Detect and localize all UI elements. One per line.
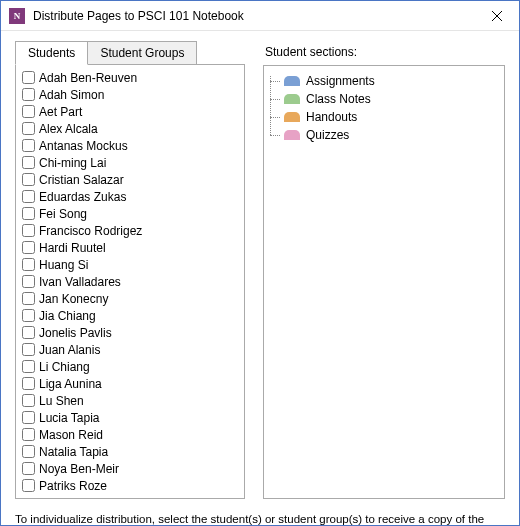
student-checkbox[interactable] [22, 377, 35, 390]
student-checkbox[interactable] [22, 258, 35, 271]
student-checkbox[interactable] [22, 360, 35, 373]
student-name: Natalia Tapia [39, 445, 108, 459]
student-checkbox[interactable] [22, 122, 35, 135]
student-checkbox[interactable] [22, 428, 35, 441]
student-row[interactable]: Eduardas Zukas [22, 188, 238, 205]
sections-tree: AssignmentsClass NotesHandoutsQuizzes [263, 65, 505, 499]
dialog-content: Students Student Groups Adah Ben-ReuvenA… [1, 31, 519, 526]
tabs: Students Student Groups [15, 41, 245, 64]
student-checkbox[interactable] [22, 139, 35, 152]
student-checkbox[interactable] [22, 394, 35, 407]
student-row[interactable]: Li Chiang [22, 358, 238, 375]
section-item[interactable]: Assignments [284, 72, 498, 90]
section-item[interactable]: Class Notes [284, 90, 498, 108]
student-checkbox[interactable] [22, 88, 35, 101]
student-row[interactable]: Adah Ben-Reuven [22, 69, 238, 86]
student-checkbox[interactable] [22, 207, 35, 220]
tree-connector [270, 72, 284, 144]
student-name: Mason Reid [39, 428, 103, 442]
student-name: Lucia Tapia [39, 411, 100, 425]
student-checkbox[interactable] [22, 105, 35, 118]
section-item[interactable]: Handouts [284, 108, 498, 126]
student-row[interactable]: Jonelis Pavlis [22, 324, 238, 341]
section-tab-icon [284, 130, 300, 140]
student-name: Antanas Mockus [39, 139, 128, 153]
student-name: Eduardas Zukas [39, 190, 126, 204]
close-icon [492, 11, 502, 21]
student-name: Juan Alanis [39, 343, 100, 357]
student-row[interactable]: Noya Ben-Meir [22, 460, 238, 477]
student-row[interactable]: Lucia Tapia [22, 409, 238, 426]
student-name: Li Chiang [39, 360, 90, 374]
section-item[interactable]: Quizzes [284, 126, 498, 144]
student-row[interactable]: Hardi Ruutel [22, 239, 238, 256]
tab-students[interactable]: Students [15, 41, 88, 65]
student-name: Francisco Rodrigez [39, 224, 142, 238]
student-list[interactable]: Adah Ben-ReuvenAdah SimonAet PartAlex Al… [15, 64, 245, 499]
student-name: Hardi Ruutel [39, 241, 106, 255]
student-checkbox[interactable] [22, 190, 35, 203]
left-pane: Students Student Groups Adah Ben-ReuvenA… [15, 41, 245, 499]
student-name: Lu Shen [39, 394, 84, 408]
student-checkbox[interactable] [22, 326, 35, 339]
student-row[interactable]: Ivan Valladares [22, 273, 238, 290]
section-name: Assignments [306, 74, 375, 88]
window-title: Distribute Pages to PSCI 101 Notebook [33, 9, 474, 23]
student-checkbox[interactable] [22, 241, 35, 254]
student-row[interactable]: Aet Part [22, 103, 238, 120]
footer-text: To individualize distribution, select th… [15, 513, 505, 526]
student-row[interactable]: Juan Alanis [22, 341, 238, 358]
section-tab-icon [284, 112, 300, 122]
student-name: Ivan Valladares [39, 275, 121, 289]
main-area: Students Student Groups Adah Ben-ReuvenA… [15, 41, 505, 499]
student-row[interactable]: Cristian Salazar [22, 171, 238, 188]
student-checkbox[interactable] [22, 411, 35, 424]
student-row[interactable]: Huang Si [22, 256, 238, 273]
close-button[interactable] [474, 1, 519, 31]
student-row[interactable]: Patriks Roze [22, 477, 238, 494]
student-name: Huang Si [39, 258, 88, 272]
student-name: Adah Ben-Reuven [39, 71, 137, 85]
student-name: Jonelis Pavlis [39, 326, 112, 340]
student-name: Aet Part [39, 105, 82, 119]
student-row[interactable]: Lu Shen [22, 392, 238, 409]
student-row[interactable]: Fei Song [22, 205, 238, 222]
section-name: Quizzes [306, 128, 349, 142]
student-row[interactable]: Liga Aunina [22, 375, 238, 392]
student-name: Patriks Roze [39, 479, 107, 493]
student-name: Liga Aunina [39, 377, 102, 391]
student-checkbox[interactable] [22, 71, 35, 84]
student-checkbox[interactable] [22, 292, 35, 305]
section-tab-icon [284, 76, 300, 86]
student-name: Cristian Salazar [39, 173, 124, 187]
student-checkbox[interactable] [22, 445, 35, 458]
student-row[interactable]: Alex Alcala [22, 120, 238, 137]
titlebar: Distribute Pages to PSCI 101 Notebook [1, 1, 519, 31]
onenote-icon [9, 8, 25, 24]
student-row[interactable]: Adah Simon [22, 86, 238, 103]
student-checkbox[interactable] [22, 275, 35, 288]
student-checkbox[interactable] [22, 462, 35, 475]
student-row[interactable]: Antanas Mockus [22, 137, 238, 154]
student-row[interactable]: Jia Chiang [22, 307, 238, 324]
student-row[interactable]: Jan Konecny [22, 290, 238, 307]
student-row[interactable]: Natalia Tapia [22, 443, 238, 460]
student-row[interactable]: Mason Reid [22, 426, 238, 443]
student-name: Alex Alcala [39, 122, 98, 136]
section-tab-icon [284, 94, 300, 104]
student-checkbox[interactable] [22, 479, 35, 492]
dialog-window: Distribute Pages to PSCI 101 Notebook St… [0, 0, 520, 526]
tab-student-groups[interactable]: Student Groups [88, 41, 197, 65]
student-name: Adah Simon [39, 88, 104, 102]
student-checkbox[interactable] [22, 156, 35, 169]
student-row[interactable]: Francisco Rodrigez [22, 222, 238, 239]
student-name: Fei Song [39, 207, 87, 221]
section-name: Class Notes [306, 92, 371, 106]
student-name: Jia Chiang [39, 309, 96, 323]
student-checkbox[interactable] [22, 173, 35, 186]
student-checkbox[interactable] [22, 343, 35, 356]
student-row[interactable]: Chi-ming Lai [22, 154, 238, 171]
right-pane: Student sections: AssignmentsClass Notes… [263, 41, 505, 499]
student-checkbox[interactable] [22, 224, 35, 237]
student-checkbox[interactable] [22, 309, 35, 322]
